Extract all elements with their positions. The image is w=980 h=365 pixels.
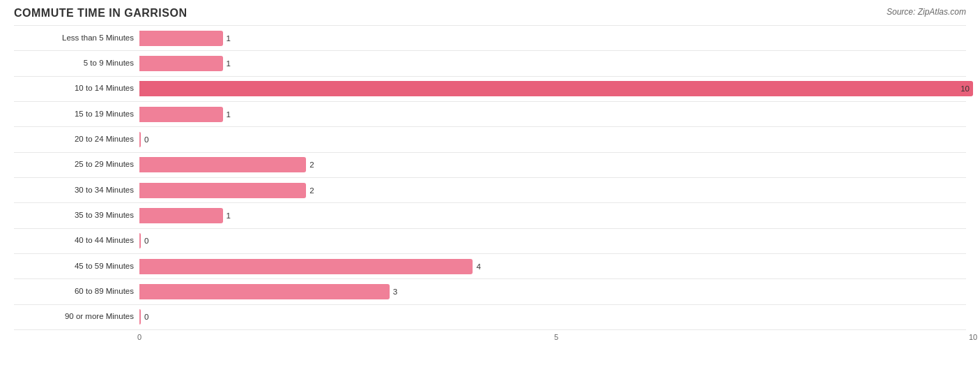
row-label: 15 to 19 Minutes [14,110,139,119]
chart-header: COMMUTE TIME IN GARRISON Source: ZipAtla… [14,7,966,20]
bar-area: 2 [139,181,966,200]
bar-area: 10 [139,79,973,98]
bar-area: 3 [139,282,966,301]
row-label: 90 or more Minutes [14,312,139,322]
chart-container: COMMUTE TIME IN GARRISON Source: ZipAtla… [0,0,980,365]
bar [139,31,223,46]
chart-body: Less than 5 Minutes15 to 9 Minutes110 to… [14,25,966,344]
row-label: 20 to 24 Minutes [14,135,139,144]
bar [139,107,223,122]
bar-area: 1 [139,206,966,225]
bar-row: 35 to 39 Minutes1 [14,202,966,228]
bar-row: 5 to 9 Minutes1 [14,50,966,75]
row-label: 10 to 14 Minutes [14,84,139,94]
row-label: 60 to 89 Minutes [14,287,139,297]
bar: 10 [139,81,973,96]
bar-value: 0 [144,313,148,321]
bar [139,56,223,71]
bar-value: 3 [393,288,397,296]
bar-area: 1 [139,29,966,48]
chart-source: Source: ZipAtlas.com [887,7,966,17]
bar-value: 0 [144,135,148,144]
bar-area: 0 [139,130,966,149]
bar-value: 4 [476,262,480,271]
bar-row: Less than 5 Minutes1 [14,25,966,50]
x-tick: 0 [137,333,141,341]
bar-row: 40 to 44 Minutes0 [14,228,966,253]
bar-row: 30 to 34 Minutes2 [14,177,966,202]
bar [139,259,473,274]
bar-value: 2 [309,186,314,195]
rows-area: Less than 5 Minutes15 to 9 Minutes110 to… [14,25,966,330]
row-label: Less than 5 Minutes [14,33,139,43]
bar-row: 20 to 24 Minutes0 [14,126,966,151]
bar [139,157,306,172]
row-label: 45 to 59 Minutes [14,262,139,271]
bar-area: 0 [139,231,966,251]
x-axis: 0510 [139,330,966,344]
row-label: 30 to 34 Minutes [14,186,139,195]
bar [139,208,223,223]
bar [139,309,141,325]
row-label: 25 to 29 Minutes [14,160,139,170]
bar-row: 90 or more Minutes0 [14,304,966,330]
row-label: 40 to 44 Minutes [14,236,139,246]
chart-title: COMMUTE TIME IN GARRISON [14,7,187,20]
bar [139,233,141,248]
bar [139,183,306,198]
bar-row: 45 to 59 Minutes4 [14,253,966,278]
bar-row: 25 to 29 Minutes2 [14,152,966,177]
bar [139,132,141,147]
bar-area: 0 [139,307,966,327]
bar-value: 1 [227,34,231,43]
bar-value: 2 [309,161,314,169]
bar-area: 4 [139,257,966,276]
bar-area: 2 [139,155,966,174]
bar-value: 1 [227,59,231,68]
bar-value: 1 [227,110,231,119]
bar-row: 15 to 19 Minutes1 [14,101,966,126]
bar [139,284,390,299]
x-tick: 10 [969,333,977,341]
x-tick: 5 [554,333,558,341]
bar-value: 1 [227,211,231,220]
row-label: 35 to 39 Minutes [14,211,139,221]
bar-row: 10 to 14 Minutes10 [14,76,966,101]
bar-value: 0 [144,237,148,245]
bar-value: 10 [960,84,970,93]
row-label: 5 to 9 Minutes [14,59,139,68]
bar-area: 1 [139,54,966,73]
bar-row: 60 to 89 Minutes3 [14,278,966,304]
bar-area: 1 [139,105,966,124]
